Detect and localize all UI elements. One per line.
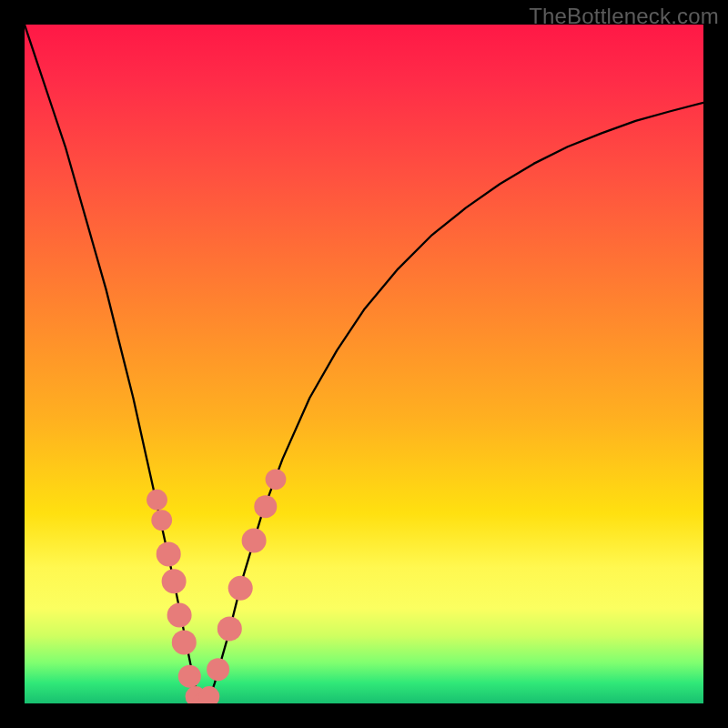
chart-frame: TheBottleneck.com xyxy=(0,0,728,728)
highlight-dot xyxy=(147,490,167,511)
plot-area xyxy=(25,25,703,703)
curve-path xyxy=(25,25,703,703)
highlight-dot xyxy=(242,529,267,553)
highlight-dot xyxy=(178,665,201,688)
highlight-dot xyxy=(167,603,192,628)
highlight-dot xyxy=(266,469,287,490)
highlight-dot xyxy=(157,541,181,566)
watermark-text: TheBottleneck.com xyxy=(529,4,719,29)
highlight-dot xyxy=(172,630,197,654)
highlight-markers xyxy=(147,469,286,703)
highlight-dot xyxy=(217,616,242,641)
chart-svg xyxy=(25,25,703,703)
highlight-dot xyxy=(228,576,253,601)
highlight-dot xyxy=(207,658,229,681)
highlight-dot xyxy=(254,495,277,518)
highlight-dot xyxy=(151,510,172,531)
bottleneck-curve xyxy=(25,25,703,703)
highlight-dot xyxy=(162,569,187,593)
